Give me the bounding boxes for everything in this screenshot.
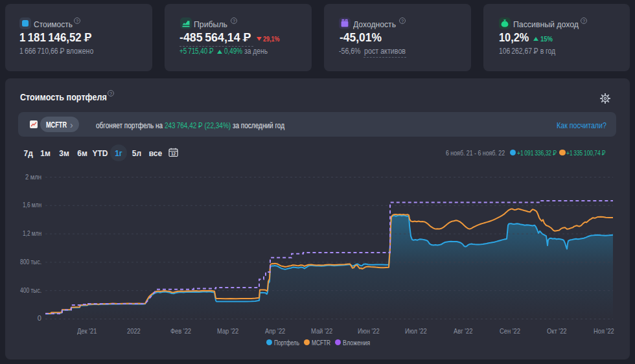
svg-text:12: 12 (171, 152, 176, 156)
